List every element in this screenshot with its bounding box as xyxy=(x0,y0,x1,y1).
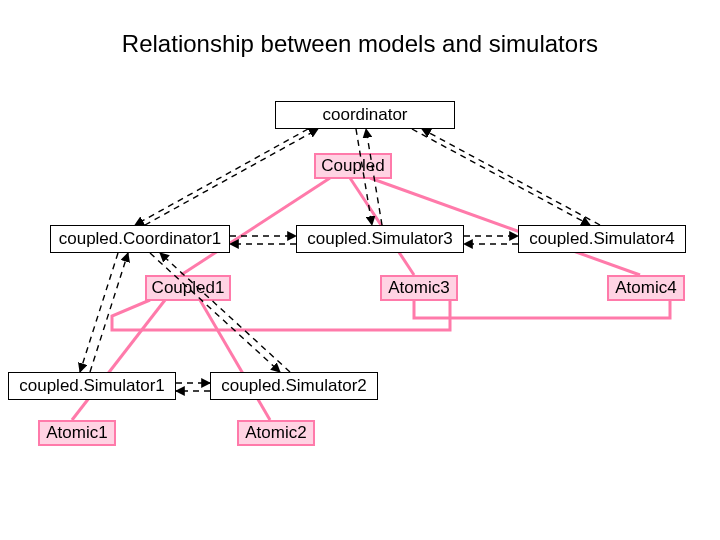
coupled-simulator4-box: coupled.Simulator4 xyxy=(518,225,686,253)
coupled-simulator3-box: coupled.Simulator3 xyxy=(296,225,464,253)
coupled-simulator1-box: coupled.Simulator1 xyxy=(8,372,176,400)
svg-line-4 xyxy=(412,129,590,225)
page-title: Relationship between models and simulato… xyxy=(0,30,720,58)
atomic1-box: Atomic1 xyxy=(38,420,116,446)
coupled-simulator2-box: coupled.Simulator2 xyxy=(210,372,378,400)
coupled1-box: Coupled1 xyxy=(145,275,231,301)
atomic4-box: Atomic4 xyxy=(607,275,685,301)
atomic3-box: Atomic3 xyxy=(380,275,458,301)
atomic2-box: Atomic2 xyxy=(237,420,315,446)
svg-line-1 xyxy=(145,129,318,225)
svg-line-10 xyxy=(80,253,118,372)
coupled-coordinator1-box: coupled.Coordinator1 xyxy=(50,225,230,253)
svg-line-5 xyxy=(422,129,600,225)
coordinator-box: coordinator xyxy=(275,101,455,129)
coupled-box: Coupled xyxy=(314,153,392,179)
pink-links-layer xyxy=(0,0,720,540)
dashed-links-layer xyxy=(0,0,720,540)
svg-line-11 xyxy=(90,253,128,372)
svg-line-13 xyxy=(160,253,290,372)
svg-line-12 xyxy=(150,253,280,372)
svg-line-0 xyxy=(135,129,308,225)
